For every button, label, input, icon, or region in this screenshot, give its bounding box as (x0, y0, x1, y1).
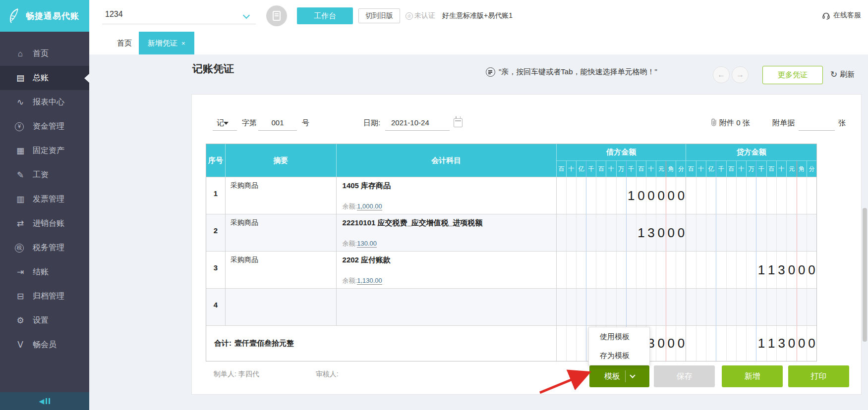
row1-debit-amount[interactable]: 100000 (557, 177, 687, 214)
digit-cell[interactable] (557, 177, 567, 214)
attachment-count-link[interactable]: 附件 0 张 (719, 118, 750, 128)
digit-cell[interactable] (686, 326, 696, 361)
digit-cell[interactable]: 0 (797, 326, 807, 361)
digit-cell[interactable] (767, 177, 777, 214)
digit-cell[interactable] (676, 289, 686, 325)
digit-cell[interactable] (737, 326, 747, 361)
sidebar-item-发票管理[interactable]: ▥发票管理 (0, 187, 89, 211)
digit-cell[interactable]: 0 (666, 177, 676, 214)
tab-新增凭证[interactable]: 新增凭证× (139, 32, 194, 54)
digit-cell[interactable]: 0 (666, 326, 676, 361)
digit-cell[interactable] (567, 289, 577, 325)
digit-cell[interactable] (606, 252, 616, 288)
digit-cell[interactable] (577, 326, 586, 361)
digit-cell[interactable] (696, 252, 706, 288)
digit-cell[interactable] (716, 326, 726, 361)
digit-cell[interactable] (777, 177, 787, 214)
journal-icon[interactable] (266, 5, 287, 26)
digit-cell[interactable] (696, 214, 706, 251)
digit-cell[interactable] (646, 252, 656, 288)
date-input[interactable]: 2021-10-24 (391, 118, 429, 127)
digit-cell[interactable] (666, 252, 676, 288)
digit-cell[interactable] (656, 252, 666, 288)
row-account-cell[interactable]: 2202 应付账款余额:1,130.00 (337, 252, 557, 288)
digit-cell[interactable] (596, 214, 606, 251)
online-service-link[interactable]: 在线客服 (822, 11, 861, 20)
row1-credit-amount[interactable] (686, 177, 816, 214)
digit-cell[interactable] (646, 289, 656, 325)
next-voucher-button[interactable]: → (732, 66, 749, 83)
row-summary-cell[interactable]: 采购商品 (226, 214, 337, 251)
row2-debit-amount[interactable]: 13000 (557, 214, 687, 251)
sidebar-item-进销台账[interactable]: ⇄进销台账 (0, 211, 89, 236)
previous-voucher-button[interactable]: ← (713, 66, 730, 83)
digit-cell[interactable] (807, 214, 816, 251)
menu-item-使用模板[interactable]: 使用模板 (589, 327, 649, 346)
digit-cell[interactable]: 1 (767, 326, 777, 361)
refresh-button[interactable]: ↻ 刷新 (830, 69, 855, 80)
sidebar-item-报表中心[interactable]: ∿报表中心 (0, 90, 89, 114)
digit-cell[interactable] (637, 289, 646, 325)
digit-cell[interactable]: 0 (666, 214, 676, 251)
digit-cell[interactable] (696, 326, 706, 361)
digit-cell[interactable] (737, 252, 747, 288)
sidebar-item-首页[interactable]: ⌂首页 (0, 42, 89, 66)
digit-cell[interactable] (756, 289, 766, 325)
digit-cell[interactable] (627, 289, 637, 325)
sidebar-item-税务管理[interactable]: 税税务管理 (0, 236, 89, 260)
digit-cell[interactable] (716, 214, 726, 251)
digit-cell[interactable] (747, 252, 756, 288)
digit-cell[interactable] (617, 289, 627, 325)
digit-cell[interactable] (756, 214, 766, 251)
scrollbar-thumb[interactable] (863, 208, 867, 342)
digit-cell[interactable] (586, 177, 596, 214)
more-vouchers-button[interactable]: 更多凭证 (762, 66, 823, 84)
row3-debit-amount[interactable] (557, 252, 687, 288)
digit-cell[interactable] (617, 177, 627, 214)
digit-cell[interactable]: 3 (777, 326, 787, 361)
digit-cell[interactable]: 0 (676, 177, 686, 214)
digit-cell[interactable] (716, 289, 726, 325)
digit-cell[interactable] (696, 289, 706, 325)
digit-cell[interactable] (747, 177, 756, 214)
calendar-icon[interactable] (454, 118, 463, 127)
row-account-cell[interactable] (337, 289, 557, 325)
digit-cell[interactable]: 0 (676, 326, 686, 361)
digit-cell[interactable] (737, 289, 747, 325)
digit-cell[interactable] (767, 214, 777, 251)
sidebar-item-归档管理[interactable]: ⊟归档管理 (0, 284, 89, 308)
caret-down-icon[interactable] (224, 122, 229, 125)
sidebar-item-固定资产[interactable]: ▦固定资产 (0, 139, 89, 163)
digit-cell[interactable] (706, 252, 716, 288)
digit-cell[interactable] (577, 252, 586, 288)
digit-cell[interactable] (577, 289, 586, 325)
digit-cell[interactable]: 1 (627, 177, 637, 214)
digit-cell[interactable] (756, 177, 766, 214)
digit-cell[interactable]: 0 (787, 252, 797, 288)
total-credit-amount[interactable]: 113000 (686, 326, 816, 361)
digit-cell[interactable]: 0 (637, 177, 646, 214)
digit-cell[interactable] (617, 214, 627, 251)
digit-cell[interactable] (686, 289, 696, 325)
digit-cell[interactable] (596, 289, 606, 325)
digit-cell[interactable] (807, 289, 816, 325)
digit-cell[interactable]: 0 (797, 252, 807, 288)
row4-debit-amount[interactable] (557, 289, 687, 325)
digit-cell[interactable]: 0 (807, 326, 816, 361)
digit-cell[interactable] (686, 214, 696, 251)
digit-cell[interactable]: 1 (767, 252, 777, 288)
digit-cell[interactable] (706, 326, 716, 361)
row-summary-cell[interactable] (226, 289, 337, 325)
digit-cell[interactable] (557, 252, 567, 288)
digit-cell[interactable] (727, 289, 737, 325)
digit-cell[interactable] (797, 214, 807, 251)
digit-cell[interactable] (656, 289, 666, 325)
row2-credit-amount[interactable] (686, 214, 816, 251)
account-select[interactable]: 1234 (105, 10, 254, 19)
digit-cell[interactable] (617, 252, 627, 288)
digit-cell[interactable] (666, 289, 676, 325)
digit-cell[interactable] (577, 214, 586, 251)
digit-cell[interactable] (586, 214, 596, 251)
digit-cell[interactable] (706, 289, 716, 325)
digit-cell[interactable] (567, 326, 577, 361)
